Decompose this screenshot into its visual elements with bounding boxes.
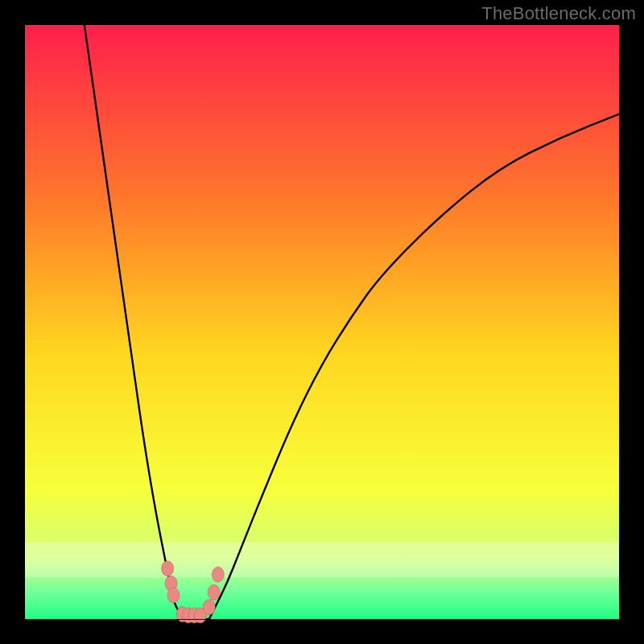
data-marker: [167, 588, 180, 603]
bottleneck-chart: [0, 0, 644, 644]
pale-band: [25, 542, 619, 577]
chart-frame: TheBottleneck.com: [0, 0, 644, 644]
attribution-label: TheBottleneck.com: [481, 3, 636, 24]
data-marker: [208, 584, 220, 600]
plot-background: [25, 25, 619, 619]
data-marker: [203, 600, 215, 615]
data-marker: [162, 561, 174, 576]
data-marker: [212, 567, 224, 582]
